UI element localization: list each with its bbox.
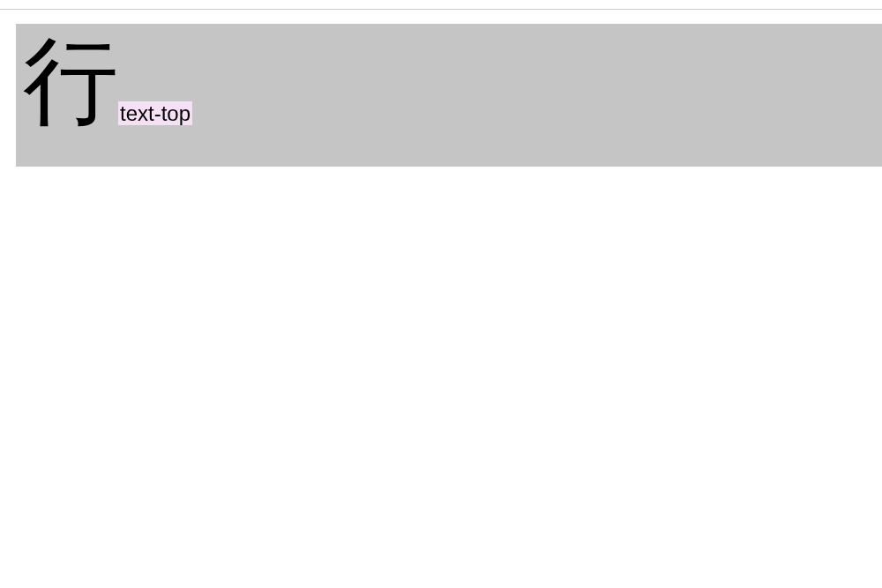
example-container: 行text-top <box>16 24 882 167</box>
top-divider <box>0 9 882 10</box>
main-character: 行 <box>23 27 118 134</box>
alignment-label: text-top <box>118 101 192 125</box>
